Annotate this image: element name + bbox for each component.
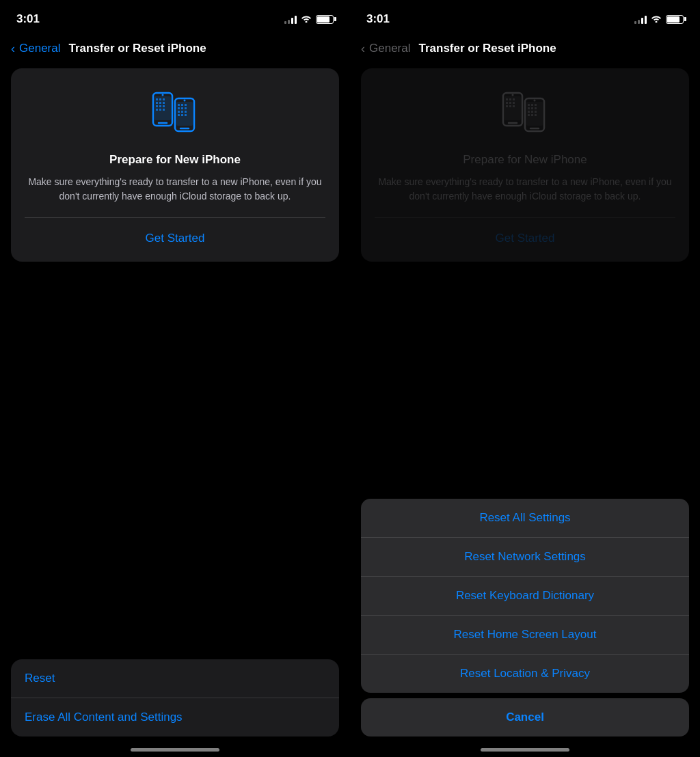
signal-icon [284,14,297,24]
wifi-icon-right [651,14,662,25]
svg-rect-56 [531,111,533,113]
svg-rect-42 [506,105,508,107]
svg-rect-30 [181,114,183,116]
nav-bar-right: ‹ General Transfer or Reset iPhone [350,34,700,68]
home-indicator-left [131,748,219,752]
svg-rect-41 [513,102,515,104]
svg-rect-11 [159,105,161,107]
cancel-button[interactable]: Cancel [361,698,689,737]
svg-rect-8 [159,102,161,104]
svg-rect-57 [535,111,537,113]
svg-rect-54 [535,107,537,109]
svg-rect-29 [178,114,180,116]
svg-rect-51 [535,104,537,106]
bottom-section-left: Reset Erase All Content and Settings [11,659,339,737]
svg-rect-23 [178,107,180,109]
svg-rect-22 [185,104,187,106]
reset-location-privacy-option[interactable]: Reset Location & Privacy [361,655,689,693]
phone-icon-right [498,85,552,142]
phone-icon-left [148,85,202,142]
signal-icon-right [634,14,647,24]
svg-rect-13 [156,109,158,111]
svg-point-48 [534,100,536,102]
reset-network-settings-option[interactable]: Reset Network Settings [361,538,689,577]
svg-rect-53 [531,107,533,109]
modal-options: Reset All Settings Reset Network Setting… [361,499,689,693]
svg-rect-60 [535,114,537,116]
back-button-right: ‹ General [361,42,410,56]
svg-rect-36 [506,98,508,100]
back-label-right: General [369,42,410,55]
svg-rect-5 [159,98,161,100]
back-chevron-left: ‹ [11,42,15,56]
home-indicator-right [481,748,569,752]
get-started-btn-right: Get Started [375,229,675,248]
reset-options-list: Reset All Settings Reset Network Setting… [361,499,689,693]
svg-rect-31 [185,114,187,116]
wifi-icon [301,14,312,25]
svg-rect-50 [531,104,533,106]
svg-rect-59 [531,114,533,116]
svg-rect-10 [156,105,158,107]
svg-rect-44 [513,105,515,107]
erase-item[interactable]: Erase All Content and Settings [11,698,339,737]
svg-rect-20 [178,104,180,106]
back-label-left: General [19,42,60,55]
get-started-btn-left[interactable]: Get Started [25,229,325,248]
svg-rect-26 [178,111,180,113]
svg-rect-40 [509,102,511,104]
svg-rect-7 [156,102,158,104]
status-bar-left: 3:01 [0,0,350,34]
nav-title-right: Transfer or Reset iPhone [418,42,556,55]
left-panel: 3:01 ‹ [0,0,350,757]
svg-rect-28 [185,111,187,113]
card-title-left: Prepare for New iPhone [109,153,241,167]
reset-all-settings-option[interactable]: Reset All Settings [361,499,689,538]
svg-rect-37 [509,98,511,100]
svg-rect-14 [159,109,161,111]
prepare-card-right: Prepare for New iPhone Make sure everyth… [361,68,689,262]
cancel-container: Cancel [361,698,689,737]
status-icons-left [284,14,334,25]
reset-item[interactable]: Reset [11,659,339,698]
nav-title-left: Transfer or Reset iPhone [68,42,206,55]
card-divider-left [25,217,325,218]
battery-icon-right [666,15,684,24]
status-bar-right: 3:01 [350,0,700,34]
svg-rect-55 [528,111,530,113]
svg-rect-52 [528,107,530,109]
time-left: 3:01 [16,12,40,26]
reset-keyboard-dictionary-option[interactable]: Reset Keyboard Dictionary [361,577,689,616]
svg-rect-6 [163,98,165,100]
prepare-card-left: Prepare for New iPhone Make sure everyth… [11,68,339,262]
svg-rect-27 [181,111,183,113]
svg-rect-58 [528,114,530,116]
time-right: 3:01 [366,12,390,26]
card-divider-right [375,217,675,218]
svg-rect-49 [528,104,530,106]
svg-rect-15 [163,109,165,111]
svg-rect-21 [181,104,183,106]
svg-point-3 [162,94,164,96]
svg-rect-24 [181,107,183,109]
card-desc-right: Make sure everything's ready to transfer… [375,175,675,204]
right-panel: 3:01 ‹ [350,0,700,757]
svg-point-35 [512,94,514,96]
svg-rect-12 [163,105,165,107]
battery-icon [316,15,334,24]
nav-bar-left: ‹ General Transfer or Reset iPhone [0,34,350,68]
svg-rect-39 [506,102,508,104]
svg-rect-38 [513,98,515,100]
reset-home-screen-layout-option[interactable]: Reset Home Screen Layout [361,616,689,655]
card-desc-left: Make sure everything's ready to transfer… [25,175,325,204]
status-icons-right [634,14,684,25]
card-title-right: Prepare for New iPhone [463,153,587,167]
svg-rect-43 [509,105,511,107]
svg-rect-25 [185,107,187,109]
back-button-left[interactable]: ‹ General [11,42,60,56]
svg-rect-9 [163,102,165,104]
svg-point-19 [184,100,186,102]
svg-rect-4 [156,98,158,100]
